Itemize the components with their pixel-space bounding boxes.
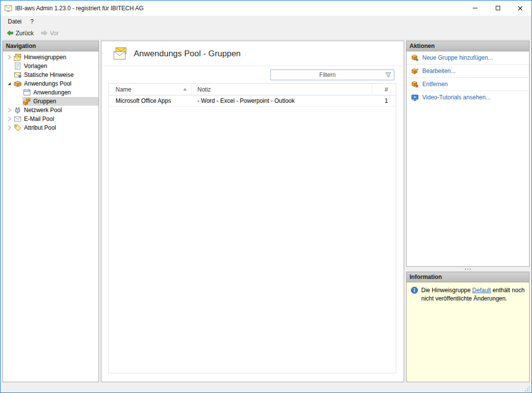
sidebar-item-attribut-pool[interactable]: Attribut Pool [3,123,98,132]
add-group-icon [411,54,419,62]
app-window: IBI-aws Admin 1.23.0 - registriert für I… [0,0,532,393]
remove-group-icon [411,80,419,88]
sidebar-item-label: Anwendungs Pool [24,80,72,87]
groups-table: Name Notiz # Microsoft Office Apps - Wor… [108,83,396,373]
forward-button[interactable]: Vor [38,28,62,38]
menu-bar: Datei ? [0,16,532,27]
maximize-icon [496,6,500,10]
column-header-name[interactable]: Name [109,84,192,95]
window-controls [464,0,532,16]
action-edit[interactable]: Bearbeiten... [407,65,529,78]
sidebar-item-label: Vorlagen [24,63,47,69]
page-title: Anwendungs Pool - Gruppen [134,49,241,59]
application-pool-icon [14,80,22,88]
column-header-count[interactable]: # [372,84,396,95]
filter-row [101,66,404,83]
navigation-tree: Hinweisgruppen Vorlagen [3,51,98,382]
navigation-header: Navigation [3,41,98,51]
sidebar-item-netzwerk-pool[interactable]: Netzwerk Pool [3,106,98,115]
actions-header: Aktionen [407,41,529,51]
page-header: Anwendungs Pool - Gruppen [101,41,404,66]
minimize-button[interactable] [464,0,486,16]
action-label: Video-Tutorials ansehen... [422,94,490,101]
action-label: Entfernen [422,81,448,88]
applications-icon [23,89,31,96]
chevron-right-icon[interactable] [5,115,13,123]
sidebar-item-gruppen[interactable]: Gruppen [3,97,98,106]
cell-count: 1 [372,95,396,106]
back-arrow-icon [6,29,14,37]
panel-splitter[interactable] [406,267,530,272]
table-row[interactable]: Microsoft Office Apps - Word - Excel - P… [109,95,396,107]
filter-input[interactable] [271,70,384,80]
sidebar-item-vorlagen[interactable]: Vorlagen [3,62,98,70]
information-panel: Information Die Hinweisgruppe Default en… [406,272,530,382]
filter-box [270,69,394,80]
video-tutorials-icon [411,93,419,101]
action-label: Bearbeiten... [422,68,456,74]
column-label: Name [116,86,131,93]
chevron-right-icon[interactable] [5,124,13,132]
menu-datei[interactable]: Datei [3,17,26,26]
back-button-label: Zurück [16,30,34,37]
notice-groups-icon [14,53,22,61]
content-area: Navigation Hinweisgruppen [0,40,532,384]
sidebar-item-label: Gruppen [33,98,56,105]
network-pool-icon [14,106,22,114]
sidebar-item-hinweisgruppen[interactable]: Hinweisgruppen [3,53,98,62]
app-icon [4,4,12,12]
actions-list: Neue Gruppe hinzufügen... Bearbeiten... [407,51,529,266]
sidebar-item-label: Attribut Pool [24,124,56,131]
filter-funnel-icon[interactable] [384,71,392,79]
groups-icon [23,97,31,105]
splitter-dot [470,269,471,270]
maximize-button[interactable] [486,0,509,16]
default-group-link[interactable]: Default [472,287,491,294]
close-button[interactable] [509,0,532,16]
sidebar-item-email-pool[interactable]: E-Mail Pool [3,115,98,123]
action-label: Neue Gruppe hinzufügen... [422,54,493,61]
toolbar: Zurück Vor [0,27,532,40]
column-header-notiz[interactable]: Notiz [192,84,372,95]
navigation-panel: Navigation Hinweisgruppen [2,41,99,382]
back-button[interactable]: Zurück [3,28,37,38]
right-column: Aktionen Neue Gruppe hinzufügen... [406,41,530,382]
sidebar-item-anwendungen[interactable]: Anwendungen [3,88,98,97]
resize-grip-icon[interactable] [524,385,531,392]
chevron-right-icon[interactable] [5,106,13,114]
sort-asc-icon [183,88,187,91]
chevron-right-icon[interactable] [5,53,13,61]
chevron-expanded-icon[interactable] [5,80,13,88]
status-bar [0,384,532,393]
templates-icon [14,62,22,70]
splitter-dot [467,269,468,270]
selected-tree-item: Gruppen [23,97,98,106]
column-label: Notiz [197,86,211,93]
main-panel: Anwendungs Pool - Gruppen Name [101,41,404,382]
info-text-before: Die Hinweisgruppe [421,287,472,294]
minimize-icon [473,8,478,8]
sidebar-item-anwendungs-pool[interactable]: Anwendungs Pool [3,79,98,88]
sidebar-item-label: Hinweisgruppen [24,54,66,61]
static-notices-icon [14,71,22,79]
menu-help[interactable]: ? [26,17,38,26]
information-body: Die Hinweisgruppe Default enthält noch n… [407,282,529,382]
sidebar-item-label: Netzwerk Pool [24,107,62,114]
action-add-group[interactable]: Neue Gruppe hinzufügen... [407,51,529,65]
cell-name: Microsoft Office Apps [109,95,192,106]
sidebar-item-statische-hinweise[interactable]: Statische Hinweise [3,70,98,79]
table-empty-area [109,107,396,373]
sidebar-item-label: Anwendungen [33,89,71,96]
expander-spacer [5,71,13,79]
window-title: IBI-aws Admin 1.23.0 - registriert für I… [15,5,464,12]
column-label: # [385,86,388,93]
expander-spacer [5,62,13,70]
action-video-tutorials[interactable]: Video-Tutorials ansehen... [407,91,529,104]
edit-group-icon [411,67,419,75]
actions-panel: Aktionen Neue Gruppe hinzufügen... [406,41,530,267]
action-remove[interactable]: Entfernen [407,78,529,91]
groups-page-icon [112,46,128,61]
forward-button-label: Vor [50,30,59,37]
table-header-row: Name Notiz # [109,84,396,95]
email-pool-icon [14,115,22,123]
